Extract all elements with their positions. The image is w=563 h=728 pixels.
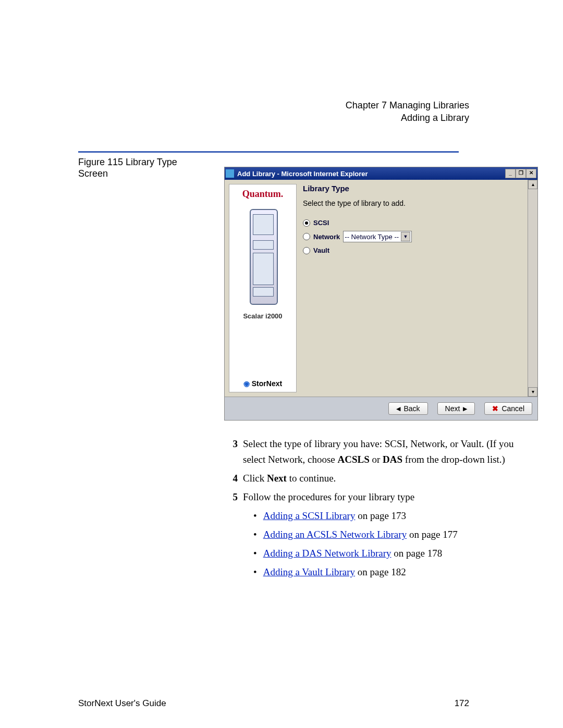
page-footer: StorNext User's Guide 172 (78, 698, 469, 709)
device-label: Scalar i2000 (243, 312, 282, 320)
scroll-up-icon[interactable]: ▴ (528, 180, 537, 189)
chevron-down-icon[interactable]: ▼ (401, 232, 410, 241)
restore-button[interactable]: ❐ (516, 169, 526, 178)
screenshot-window: Add Library - Microsoft Internet Explore… (224, 167, 537, 421)
next-button[interactable]: Next▶ (437, 402, 475, 415)
footer-title: StorNext User's Guide (78, 698, 166, 709)
minimize-button[interactable]: _ (505, 169, 516, 178)
link-acsls[interactable]: Adding an ACSLS Network Library (263, 529, 407, 540)
radio-network[interactable]: Network -- Network Type -- ▼ (303, 231, 527, 242)
wizard-sidebar: Quantum. Scalar i2000 ◉ StorNext (229, 184, 297, 392)
radio-icon[interactable] (303, 233, 310, 240)
stornext-logo: ◉ StorNext (243, 379, 282, 388)
page-header: Chapter 7 Managing Libraries Adding a Li… (346, 99, 469, 124)
x-icon: ✖ (492, 404, 498, 413)
step-5: 5 Follow the procedures for your library… (224, 489, 537, 505)
ie-icon (226, 169, 234, 178)
network-type-select[interactable]: -- Network Type -- ▼ (343, 231, 412, 242)
figure-caption: Figure 115 Library Type Screen (78, 156, 193, 179)
radio-vault[interactable]: Vault (303, 246, 527, 254)
radio-icon[interactable] (303, 219, 310, 227)
vertical-scrollbar[interactable]: ▴ ▾ (528, 180, 537, 397)
scroll-down-icon[interactable]: ▾ (528, 387, 537, 397)
link-vault[interactable]: Adding a Vault Library (263, 566, 355, 577)
close-button[interactable]: ✕ (526, 169, 536, 178)
content-intro: Select the type of library to add. (303, 199, 527, 207)
radio-icon[interactable] (303, 247, 310, 254)
arrow-right-icon: ▶ (463, 405, 467, 412)
sub-procedures: Adding a SCSI Library on page 173 Adding… (253, 508, 537, 580)
quantum-logo: Quantum. (242, 189, 284, 200)
window-titlebar[interactable]: Add Library - Microsoft Internet Explore… (225, 167, 537, 180)
instruction-text: 3 Select the type of library you have: S… (224, 436, 537, 580)
cancel-button[interactable]: ✖Cancel (484, 402, 532, 415)
step-4: 4 Click Next to continue. (224, 471, 537, 486)
radio-scsi[interactable]: SCSI (303, 219, 527, 227)
device-illustration (244, 209, 281, 308)
header-rule (78, 151, 459, 153)
link-das[interactable]: Adding a DAS Network Library (263, 548, 391, 559)
chapter-label: Chapter 7 Managing Libraries (346, 100, 469, 110)
window-title: Add Library - Microsoft Internet Explore… (237, 170, 368, 178)
radio-vault-label: Vault (313, 246, 329, 254)
list-item: Adding an ACSLS Network Library on page … (253, 527, 537, 542)
list-item: Adding a DAS Network Library on page 178 (253, 546, 537, 561)
content-title: Library Type (303, 184, 527, 193)
step-3: 3 Select the type of library you have: S… (224, 436, 537, 467)
page-number: 172 (455, 698, 469, 709)
arrow-left-icon: ◀ (396, 405, 400, 412)
section-label: Adding a Library (401, 113, 469, 123)
network-type-value: -- Network Type -- (345, 233, 399, 241)
back-button[interactable]: ◀Back (388, 402, 427, 415)
link-scsi[interactable]: Adding a SCSI Library (263, 510, 356, 521)
wizard-buttons: ◀Back Next▶ ✖Cancel (225, 397, 537, 420)
radio-network-label: Network (313, 233, 340, 241)
wizard-content: Library Type Select the type of library … (297, 184, 533, 392)
list-item: Adding a Vault Library on page 182 (253, 564, 537, 580)
radio-scsi-label: SCSI (313, 219, 329, 227)
list-item: Adding a SCSI Library on page 173 (253, 508, 537, 524)
